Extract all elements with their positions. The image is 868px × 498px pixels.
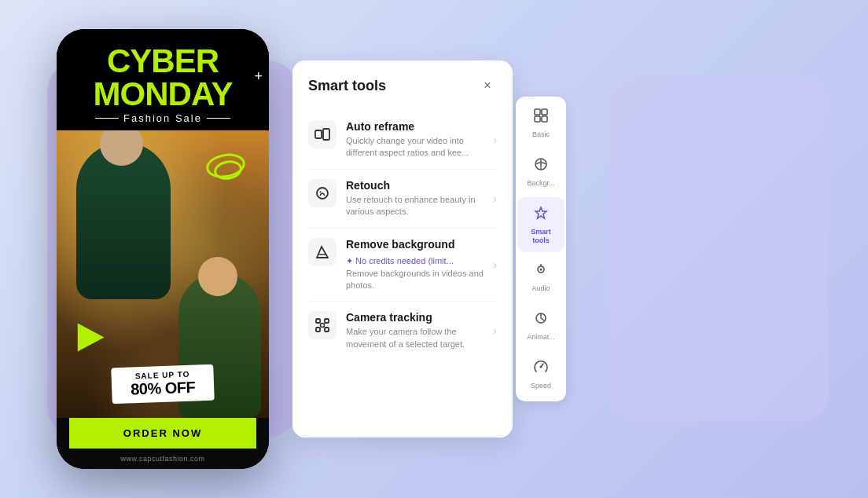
retouch-info: Retouch Use retouch to enhance beauty in… xyxy=(346,179,487,218)
svg-rect-13 xyxy=(542,116,547,122)
close-button[interactable]: × xyxy=(478,76,497,95)
sidebar-item-speed[interactable]: Speed xyxy=(517,351,565,398)
auto-reframe-desc: Quickly change your video into different… xyxy=(346,135,487,159)
sidebar-item-basic[interactable]: Basic xyxy=(517,100,565,147)
svg-rect-7 xyxy=(316,328,320,331)
background-label: Backgr... xyxy=(527,179,554,188)
auto-reframe-icon xyxy=(308,120,337,148)
camera-tracking-info: Camera tracking Make your camera follow … xyxy=(346,311,487,350)
speed-label: Speed xyxy=(531,382,551,390)
no-credits-badge: ✦ No credits needed (limit... xyxy=(346,256,454,266)
panel-title: Smart tools xyxy=(308,78,386,94)
auto-reframe-name: Auto reframe xyxy=(346,120,487,133)
phone-footer: www.capcutfashion.com xyxy=(57,449,269,469)
retouch-desc: Use retouch to enhance beauty in various… xyxy=(346,194,487,218)
phone-mockup: CYBER MONDAY Fashion Sale + xyxy=(57,29,269,469)
tool-item-remove-bg[interactable]: Remove background ✦ No credits needed (l… xyxy=(308,229,497,302)
retouch-chevron: › xyxy=(493,192,497,205)
speed-icon xyxy=(533,359,549,379)
man-figure xyxy=(76,142,171,299)
background-icon xyxy=(533,156,549,176)
svg-rect-8 xyxy=(325,328,329,331)
cyber-title-line1: CYBER xyxy=(69,45,256,78)
order-now-button[interactable]: ORDER NOW xyxy=(69,418,256,449)
auto-reframe-chevron: › xyxy=(493,134,497,146)
remove-bg-icon xyxy=(308,238,337,266)
camera-tracking-name: Camera tracking xyxy=(346,311,487,324)
svg-point-3 xyxy=(320,191,322,192)
svg-point-19 xyxy=(540,365,542,368)
tool-item-retouch[interactable]: Retouch Use retouch to enhance beauty in… xyxy=(308,170,497,229)
camera-tracking-icon xyxy=(308,311,337,339)
cyber-title-line2: MONDAY xyxy=(69,78,256,111)
phone-image-area: SALE UP TO 80% OFF xyxy=(57,130,269,418)
svg-point-17 xyxy=(540,269,542,271)
auto-reframe-info: Auto reframe Quickly change your video i… xyxy=(346,120,487,159)
svg-rect-5 xyxy=(316,319,320,323)
sidebar-item-audio[interactable]: Audio xyxy=(517,254,565,301)
audio-icon xyxy=(533,262,549,281)
svg-point-9 xyxy=(321,324,325,328)
smart-tools-panel: Smart tools × Auto reframe Quickly chang… xyxy=(292,60,513,438)
svg-rect-12 xyxy=(535,116,540,122)
photo-collage: SALE UP TO 80% OFF xyxy=(57,130,269,418)
svg-rect-11 xyxy=(542,109,547,115)
phone-subtitle: Fashion Sale xyxy=(69,112,256,124)
main-container: CYBER MONDAY Fashion Sale + xyxy=(57,21,811,477)
animate-icon xyxy=(533,310,549,330)
retouch-icon xyxy=(308,179,337,207)
website-url: www.capcutfashion.com xyxy=(63,455,263,463)
sale-text2: 80% OFF xyxy=(123,378,204,399)
plus-decoration: + xyxy=(254,68,263,85)
tool-item-camera-tracking[interactable]: Camera tracking Make your camera follow … xyxy=(308,302,497,360)
right-sidebar: Basic Backgr... Smarttools xyxy=(516,97,566,401)
remove-bg-name: Remove background xyxy=(346,238,487,251)
remove-bg-desc: Remove backgrounds in videos and photos. xyxy=(346,268,487,292)
retouch-name: Retouch xyxy=(346,179,487,192)
remove-bg-chevron: › xyxy=(493,258,497,271)
phone-content: CYBER MONDAY Fashion Sale + xyxy=(57,29,269,469)
tool-item-auto-reframe[interactable]: Auto reframe Quickly change your video i… xyxy=(308,111,497,170)
basic-label: Basic xyxy=(532,130,550,139)
svg-rect-10 xyxy=(535,109,540,115)
sale-badge: SALE UP TO 80% OFF xyxy=(111,364,215,405)
audio-label: Audio xyxy=(531,284,550,293)
man-head xyxy=(100,130,143,166)
phone-header: CYBER MONDAY Fashion Sale + xyxy=(57,29,269,130)
woman-head xyxy=(198,257,237,296)
panel-header: Smart tools × xyxy=(308,76,497,95)
sidebar-item-smart-tools[interactable]: Smarttools xyxy=(517,197,565,253)
sidebar-item-background[interactable]: Backgr... xyxy=(517,148,565,196)
svg-rect-0 xyxy=(315,130,322,138)
remove-bg-info: Remove background ✦ No credits needed (l… xyxy=(346,238,487,292)
sidebar-item-animate[interactable]: Animat... xyxy=(517,302,565,350)
smart-tools-icon xyxy=(533,205,549,225)
camera-tracking-desc: Make your camera follow the movement of … xyxy=(346,326,487,350)
smart-tools-label: Smarttools xyxy=(531,228,551,245)
svg-rect-6 xyxy=(325,319,329,323)
svg-rect-1 xyxy=(323,129,329,140)
animate-label: Animat... xyxy=(527,333,555,342)
basic-icon xyxy=(533,108,549,127)
camera-tracking-chevron: › xyxy=(493,324,497,337)
